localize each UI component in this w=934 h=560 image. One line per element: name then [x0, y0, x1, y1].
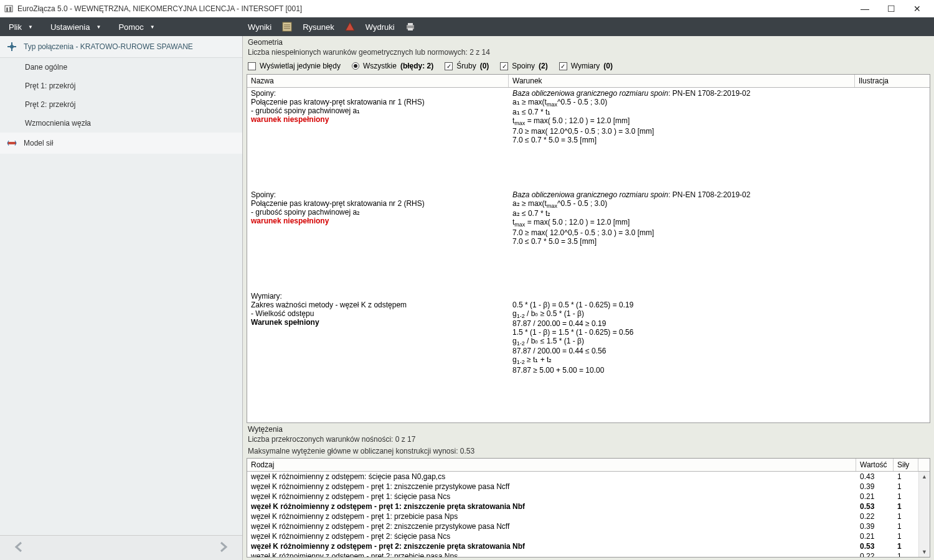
wytezenia-row[interactable]: węzeł K różnoimienny z odstępem - pręt 2…: [247, 531, 918, 541]
svg-rect-6: [408, 23, 413, 26]
geometria-row[interactable]: Spoiny:Połączenie pas kratowy-pręt skrat…: [247, 88, 930, 146]
menu-plik[interactable]: Plik▼: [0, 17, 42, 36]
cell-sily: 1: [894, 492, 918, 502]
checkbox-sruby[interactable]: [445, 62, 453, 70]
drawing-icon: [344, 21, 356, 32]
cell-ilustracja: [855, 147, 930, 246]
svg-marker-4: [346, 22, 354, 30]
filter-spoiny[interactable]: Spoiny (2): [500, 62, 547, 70]
wytezenia-row[interactable]: węzeł K różnoimienny z odstępem: ścięcie…: [247, 472, 918, 482]
svg-point-8: [10, 45, 14, 49]
sidebar-connection-type[interactable]: Typ połączenia - KRATOWO-RUROWE SPAWANE: [0, 36, 242, 58]
filter-sruby[interactable]: Śruby (0): [445, 62, 489, 70]
checkbox-wymiary[interactable]: [559, 62, 567, 70]
cell-rodzaj: węzeł K różnoimienny z odstępem - pręt 1…: [247, 482, 856, 492]
maximize-button[interactable]: ☐: [878, 0, 904, 17]
cell-sily: 1: [894, 511, 918, 521]
nav-back-button[interactable]: [12, 540, 26, 556]
cell-warunek: Baza obliczeniowa granicznego rozmiaru s…: [509, 89, 855, 144]
minimize-button[interactable]: —: [852, 0, 878, 17]
wytezenia-table-body[interactable]: węzeł K różnoimienny z odstępem: ścięcie…: [247, 472, 918, 557]
scroll-up-icon[interactable]: ▲: [919, 472, 930, 482]
arrow-left-icon: [12, 540, 26, 554]
cell-warunek: Baza obliczeniowa granicznego rozmiaru s…: [509, 147, 855, 246]
wytezenia-row[interactable]: węzeł K różnoimienny z odstępem - pręt 1…: [247, 492, 918, 502]
checkbox-spoiny[interactable]: [500, 62, 508, 70]
col-nazwa[interactable]: Nazwa: [247, 75, 509, 87]
wytezenia-row[interactable]: węzeł K różnoimienny z odstępem - pręt 2…: [247, 521, 918, 531]
svg-rect-9: [7, 142, 16, 144]
col-warunek[interactable]: Warunek: [509, 75, 855, 87]
window-titlebar: EuroZłącza 5.0 - WEWNĘTRZNA, NIEKOMERCYJ…: [0, 0, 934, 17]
connection-type-icon: [6, 41, 17, 52]
cell-rodzaj: węzeł K różnoimienny z odstępem - pręt 2…: [247, 531, 856, 541]
sidebar-header-label: Typ połączenia - KRATOWO-RUROWE SPAWANE: [24, 42, 193, 51]
filter-wymiary[interactable]: Wymiary (0): [559, 62, 613, 70]
menu-ustawienia[interactable]: Ustawienia▼: [42, 17, 110, 36]
cell-sily: 1: [894, 502, 918, 511]
toolbar-rysunek-icon[interactable]: [339, 17, 361, 36]
cell-ilustracja: [855, 248, 930, 375]
vertical-scrollbar[interactable]: ▲ ▼: [918, 472, 930, 557]
menu-pomoc[interactable]: Pomoc▼: [110, 17, 163, 36]
cell-wartosc: 0.22: [856, 551, 894, 557]
window-title: EuroZłącza 5.0 - WEWNĘTRZNA, NIEKOMERCYJ…: [17, 4, 852, 13]
results-icon: [281, 21, 293, 32]
cell-wartosc: 0.39: [856, 521, 894, 531]
cell-ilustracja: [855, 89, 930, 144]
col-rodzaj[interactable]: Rodzaj: [247, 459, 856, 471]
cell-sily: 1: [894, 531, 918, 541]
col-sily[interactable]: Siły: [894, 459, 918, 471]
filter-all[interactable]: Wszystkie (błędy: 2): [352, 62, 433, 70]
cell-sily: 1: [894, 551, 918, 557]
filter-only-errors[interactable]: Wyświetlaj jedynie błędy: [248, 62, 341, 70]
geometria-heading: Geometria: [243, 36, 934, 47]
svg-rect-0: [5, 6, 12, 12]
cell-rodzaj: węzeł K różnoimienny z odstępem - pręt 2…: [247, 541, 856, 551]
geometria-table-body[interactable]: Spoiny:Połączenie pas kratowy-pręt skrat…: [247, 88, 930, 422]
geometria-row[interactable]: Wymiary:Zakres ważności metody - węzeł K…: [247, 247, 930, 376]
wytezenia-row[interactable]: węzeł K różnoimienny z odstępem - pręt 1…: [247, 482, 918, 492]
cell-rodzaj: węzeł K różnoimienny z odstępem: ścięcie…: [247, 472, 856, 482]
cell-sily: 1: [894, 541, 918, 551]
cell-nazwa: Wymiary:Zakres ważności metody - węzeł K…: [247, 248, 509, 375]
wytezenia-row[interactable]: węzeł K różnoimienny z odstępem - pręt 2…: [247, 541, 918, 551]
scroll-down-icon[interactable]: ▼: [919, 547, 930, 557]
sidebar-model-sil-label: Model sił: [24, 139, 53, 147]
sidebar-nav: [0, 535, 242, 560]
cell-rodzaj: węzeł K różnoimienny z odstępem - pręt 1…: [247, 492, 856, 502]
sidebar-item-pret2[interactable]: Pręt 2: przekrój: [0, 95, 242, 114]
wytezenia-sub2: Maksymalne wytężenie główne w obliczanej…: [243, 446, 934, 458]
sidebar: Typ połączenia - KRATOWO-RUROWE SPAWANE …: [0, 36, 243, 560]
col-ilustracja[interactable]: Ilustracja: [855, 75, 930, 87]
toolbar-wydruki-icon[interactable]: [400, 17, 421, 36]
nav-forward-button[interactable]: [216, 540, 230, 556]
cell-wartosc: 0.21: [856, 531, 894, 541]
toolbar-wyniki-icon[interactable]: [276, 17, 298, 36]
toolbar-wydruki[interactable]: Wydruki: [361, 17, 400, 36]
cell-nazwa: Spoiny:Połączenie pas kratowy-pręt skrat…: [247, 89, 509, 144]
sidebar-model-sil[interactable]: Model sił: [0, 133, 242, 154]
cell-wartosc: 0.21: [856, 492, 894, 502]
sidebar-item-wzmocnienia[interactable]: Wzmocnienia węzła: [0, 114, 242, 133]
cell-wartosc: 0.43: [856, 472, 894, 482]
geometria-table: Nazwa Warunek Ilustracja Spoiny:Połączen…: [247, 74, 930, 423]
toolbar-rysunek[interactable]: Rysunek: [298, 17, 339, 36]
toolbar-wyniki[interactable]: Wyniki: [243, 17, 276, 36]
wytezenia-heading: Wytężenia: [243, 423, 934, 434]
wytezenia-row[interactable]: węzeł K różnoimienny z odstępem - pręt 1…: [247, 502, 918, 511]
svg-rect-2: [9, 7, 11, 12]
menu-bar: Plik▼ Ustawienia▼ Pomoc▼ Wyniki Rysunek …: [0, 17, 934, 36]
geometria-filters: Wyświetlaj jedynie błędy Wszystkie (błęd…: [243, 59, 934, 74]
cell-sily: 1: [894, 472, 918, 482]
svg-rect-1: [6, 7, 8, 12]
wytezenia-row[interactable]: węzeł K różnoimienny z odstępem - pręt 1…: [247, 511, 918, 521]
close-button[interactable]: ✕: [904, 0, 930, 17]
radio-all[interactable]: [352, 62, 359, 70]
checkbox-only-errors[interactable]: [248, 62, 256, 70]
sidebar-item-dane-ogolne[interactable]: Dane ogólne: [0, 58, 242, 77]
sidebar-item-pret1[interactable]: Pręt 1: przekrój: [0, 77, 242, 95]
wytezenia-row[interactable]: węzeł K różnoimienny z odstępem - pręt 2…: [247, 551, 918, 557]
geometria-row[interactable]: Spoiny:Połączenie pas kratowy-pręt skrat…: [247, 146, 930, 247]
col-wartosc[interactable]: Wartość: [856, 459, 894, 471]
